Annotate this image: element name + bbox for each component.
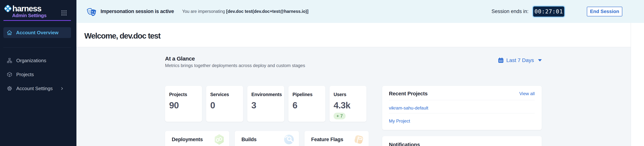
- impersonation-title: Impersonation session is active: [100, 8, 174, 14]
- sidebar-item-account-overview[interactable]: Account Overview: [3, 27, 71, 38]
- stat-label: Environments: [251, 92, 284, 97]
- stat-label: Pipelines: [292, 92, 325, 97]
- module-card-deployments[interactable]: Deployments: [165, 131, 229, 146]
- stat-value: 4.3k: [334, 100, 366, 110]
- stat-card-services[interactable]: Services 0: [206, 86, 243, 122]
- session-timer: 00:27:01: [532, 6, 565, 17]
- admin-settings-label: Admin Settings: [12, 13, 46, 18]
- projects-cube-icon: [7, 72, 12, 77]
- module-card-builds[interactable]: Builds: [235, 131, 299, 146]
- recent-projects-title: Recent Projects: [389, 91, 428, 97]
- notifications-title: Notifications: [389, 142, 420, 146]
- deployments-infinity-icon: [214, 134, 224, 145]
- harness-logo-icon: [4, 4, 12, 13]
- module-card-feature-flags[interactable]: Feature Flags: [304, 131, 369, 146]
- main-content: At a Glance Metrics brings together depl…: [76, 47, 644, 146]
- scroll-gutter: [631, 23, 644, 146]
- view-all-link[interactable]: View all: [519, 91, 535, 96]
- sidebar-item-label: Projects: [16, 72, 34, 77]
- apps-grid-icon[interactable]: [61, 10, 67, 16]
- date-range-label: Last 7 Days: [506, 57, 534, 63]
- stat-label: Services: [210, 92, 243, 97]
- sidebar-item-label: Account Overview: [16, 30, 58, 36]
- sidebar-item-organizations[interactable]: Organizations: [3, 54, 71, 68]
- home-icon: [6, 30, 12, 36]
- sidebar-item-label: Account Settings: [16, 86, 53, 91]
- stat-value: 6: [292, 100, 325, 110]
- stat-value: 90: [169, 100, 202, 110]
- stat-card-pipelines[interactable]: Pipelines 6: [288, 86, 325, 122]
- stat-card-users[interactable]: Users 4.3k + 7: [330, 86, 366, 122]
- caret-down-icon: [538, 59, 542, 62]
- builds-search-icon: [284, 134, 294, 145]
- welcome-title: Welcome, dev.doc test: [84, 31, 160, 40]
- sidebar-divider: [3, 47, 71, 48]
- project-link[interactable]: My Project: [389, 118, 410, 124]
- impersonation-banner: Impersonation session is active You are …: [76, 0, 644, 23]
- end-session-button[interactable]: End Session: [587, 7, 622, 16]
- organizations-icon: [7, 58, 12, 63]
- module-label: Deployments: [172, 137, 203, 143]
- at-a-glance-title: At a Glance: [165, 56, 195, 62]
- stat-label: Users: [334, 92, 366, 97]
- harness-admin-dashboard: harness Admin Settings Account Overview: [0, 0, 644, 146]
- stat-value: 3: [251, 100, 284, 110]
- gear-icon: [7, 86, 12, 91]
- stat-label: Projects: [169, 92, 202, 97]
- notifications-card: Notifications: [382, 136, 542, 146]
- divider: [389, 113, 535, 113]
- module-label: Feature Flags: [311, 137, 343, 143]
- stat-card-environments[interactable]: Environments 3: [247, 86, 284, 122]
- feature-flags-flag-icon: [354, 134, 364, 145]
- impersonation-subtitle: You are impersonating [dev.doc test(dev.…: [182, 9, 308, 14]
- sidebar-item-account-settings[interactable]: Account Settings: [3, 81, 71, 95]
- modules-row: Deployments Builds: [165, 131, 374, 146]
- date-range-dropdown[interactable]: Last 7 Days: [498, 57, 542, 63]
- stat-card-projects[interactable]: Projects 90: [165, 86, 202, 122]
- sidebar: harness Admin Settings Account Overview: [0, 0, 76, 146]
- divider: [389, 100, 535, 100]
- sidebar-item-label: Organizations: [16, 58, 46, 64]
- welcome-section: Welcome, dev.doc test: [76, 23, 644, 47]
- project-link[interactable]: vikram-sahu-default: [389, 105, 428, 111]
- stats-row: Projects 90 Services 0 Environments 3 Pi…: [165, 86, 370, 122]
- calendar-icon: [498, 57, 504, 63]
- chevron-right-icon: [60, 87, 64, 90]
- at-a-glance-subtitle: Metrics brings together deployments acro…: [165, 63, 305, 68]
- session-ends-label: Session ends in:: [492, 8, 528, 14]
- sidebar-item-projects[interactable]: Projects: [3, 68, 71, 81]
- impersonated-user: [dev.doc test(dev.doc+test@harness.io)]: [226, 9, 308, 14]
- impersonation-masks-icon: [87, 7, 98, 18]
- recent-projects-card: Recent Projects View all vikram-sahu-def…: [382, 86, 542, 130]
- admin-settings-underline: [3, 20, 71, 21]
- stat-value: 0: [210, 100, 243, 110]
- brand-wordmark: harness: [12, 4, 41, 13]
- users-delta-badge: + 7: [334, 113, 346, 119]
- module-label: Builds: [242, 137, 256, 143]
